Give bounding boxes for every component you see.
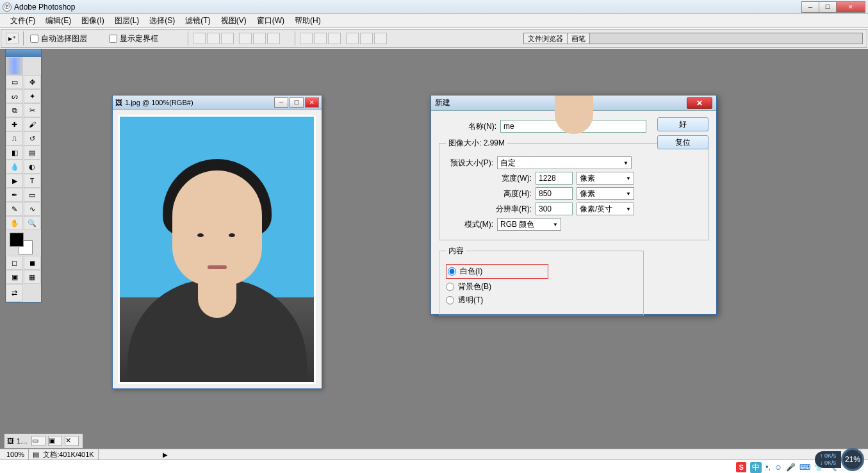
auto-select-checkbox[interactable]: [30, 35, 38, 43]
doc-close-button[interactable]: ✕: [305, 97, 319, 108]
sogou-ime-icon[interactable]: S: [736, 462, 746, 472]
zoom-level[interactable]: 100%: [3, 449, 29, 460]
path-tool-icon[interactable]: ▶: [6, 174, 23, 188]
eraser-tool-icon[interactable]: ◧: [6, 145, 23, 160]
bg-bgcolor-row[interactable]: 背景色(B): [446, 281, 637, 292]
heal-tool-icon[interactable]: ✚: [6, 117, 23, 131]
minimize-button[interactable]: ─: [801, 1, 819, 13]
width-unit-select[interactable]: 像素▼: [577, 172, 634, 185]
bg-transparent-radio[interactable]: [446, 296, 454, 304]
distribute-icon[interactable]: [314, 33, 327, 44]
menu-image[interactable]: 图像(I): [76, 14, 109, 28]
type-tool-icon[interactable]: T: [24, 174, 41, 188]
screen-mode-icon[interactable]: ▣: [6, 270, 23, 284]
net-up: 0K/s: [824, 452, 836, 459]
menu-file[interactable]: 文件(F): [5, 14, 40, 28]
marquee-tool-icon[interactable]: ▭: [6, 75, 23, 89]
menu-layer[interactable]: 图层(L): [110, 14, 145, 28]
gradient-tool-icon[interactable]: ▤: [24, 145, 41, 160]
pen-tool-icon[interactable]: ✒: [6, 188, 23, 202]
show-bounds-checkbox[interactable]: [109, 35, 117, 43]
tray-mic-icon[interactable]: 🎤: [786, 463, 796, 472]
move-tool-icon[interactable]: ✥: [24, 75, 41, 89]
bg-bgcolor-radio[interactable]: [446, 283, 454, 291]
preset-select[interactable]: 自定▼: [497, 156, 632, 169]
color-swatches[interactable]: [6, 230, 41, 256]
bg-white-radio[interactable]: [448, 267, 456, 276]
palette-grip[interactable]: [6, 49, 41, 57]
ime-lang[interactable]: 中: [750, 462, 762, 473]
tab-brushes[interactable]: 画笔: [568, 33, 590, 44]
mode-select[interactable]: RGB 颜色▼: [497, 218, 561, 231]
name-input[interactable]: [500, 120, 646, 133]
dodge-tool-icon[interactable]: ◐: [24, 160, 41, 174]
doc-tab-btn[interactable]: ▣: [48, 436, 62, 446]
close-button[interactable]: ✕: [836, 1, 865, 13]
menu-filter[interactable]: 滤镜(T): [180, 14, 215, 28]
move-tool-icon[interactable]: ▸⁺: [6, 33, 19, 44]
height-input[interactable]: [536, 187, 573, 200]
align-icon[interactable]: [253, 33, 266, 44]
zoom-tool-icon[interactable]: 🔍: [24, 216, 41, 230]
hand-tool-icon[interactable]: ✋: [6, 216, 23, 230]
slice-tool-icon[interactable]: ✂: [24, 103, 41, 117]
history-brush-icon[interactable]: ↺: [24, 131, 41, 145]
align-icon[interactable]: [267, 33, 280, 44]
cpu-percent[interactable]: 21%: [841, 448, 864, 471]
resolution-input[interactable]: [536, 203, 573, 215]
tray-clock-icon[interactable]: ☺: [774, 463, 782, 472]
doc-minimize-button[interactable]: ─: [274, 97, 288, 108]
menu-window[interactable]: 窗口(W): [252, 14, 290, 28]
resolution-unit-select[interactable]: 像素/英寸▼: [577, 203, 634, 215]
blur-tool-icon[interactable]: 💧: [6, 160, 23, 174]
tray-keyboard-icon[interactable]: ⌨: [799, 463, 810, 472]
header-image-icon: [6, 57, 23, 75]
crop-tool-icon[interactable]: ⧉: [6, 103, 23, 117]
doc-maximize-button[interactable]: ☐: [290, 97, 304, 108]
doc-tab-label[interactable]: 1…: [17, 437, 28, 445]
brush-tool-icon[interactable]: 🖌: [24, 117, 41, 131]
doc-tab-icon[interactable]: 🖼: [7, 437, 14, 445]
shape-tool-icon[interactable]: ▭: [24, 188, 41, 202]
height-unit-select[interactable]: 像素▼: [577, 187, 634, 200]
distribute-icon[interactable]: [374, 33, 387, 44]
distribute-icon[interactable]: [328, 33, 341, 44]
menu-select[interactable]: 选择(S): [144, 14, 180, 28]
align-icon[interactable]: [207, 33, 220, 44]
doc-tab-btn[interactable]: ✕: [65, 436, 79, 446]
align-icon[interactable]: [193, 33, 206, 44]
width-input[interactable]: [536, 172, 573, 185]
document-titlebar[interactable]: 🖼 1.jpg @ 100%(RGB#) ─ ☐ ✕: [113, 95, 322, 110]
doc-tab-btn[interactable]: ▭: [31, 436, 45, 446]
jump-to-icon[interactable]: ⇄: [6, 284, 23, 302]
ok-button[interactable]: 好: [657, 117, 708, 131]
foreground-color-swatch[interactable]: [10, 233, 24, 247]
align-icon[interactable]: [239, 33, 252, 44]
bg-transparent-row[interactable]: 透明(T): [446, 295, 637, 306]
wand-tool-icon[interactable]: ✦: [24, 89, 41, 103]
menu-edit[interactable]: 编辑(E): [40, 14, 76, 28]
screen-mode-icon[interactable]: ▦: [24, 270, 41, 284]
distribute-icon[interactable]: [346, 33, 359, 44]
bg-white-row[interactable]: 白色(I): [446, 264, 548, 279]
tray-icon[interactable]: •,: [766, 463, 771, 472]
chevron-down-icon: ▼: [553, 222, 558, 228]
stamp-tool-icon[interactable]: ⎍: [6, 131, 23, 145]
network-widget[interactable]: ↑ 0K/s ↓ 0K/s 21%: [815, 449, 864, 470]
align-icon[interactable]: [221, 33, 234, 44]
tab-file-browser[interactable]: 文件浏览器: [524, 33, 568, 44]
maximize-button[interactable]: ☐: [819, 1, 837, 13]
quickmask-icon[interactable]: ◻: [6, 256, 23, 270]
reset-button[interactable]: 复位: [657, 135, 708, 149]
menu-view[interactable]: 视图(V): [216, 14, 252, 28]
dialog-close-button[interactable]: ✕: [687, 97, 712, 109]
lasso-tool-icon[interactable]: ᔕ: [6, 89, 23, 103]
menu-help[interactable]: 帮助(H): [290, 14, 326, 28]
notes-tool-icon[interactable]: ✎: [6, 202, 23, 216]
distribute-icon[interactable]: [360, 33, 373, 44]
eyedropper-tool-icon[interactable]: ∿: [24, 202, 41, 216]
quickmask-on-icon[interactable]: ◼: [24, 256, 41, 270]
distribute-icon[interactable]: [300, 33, 313, 44]
play-icon[interactable]: ▶: [163, 451, 168, 458]
document-canvas[interactable]: [113, 110, 322, 389]
